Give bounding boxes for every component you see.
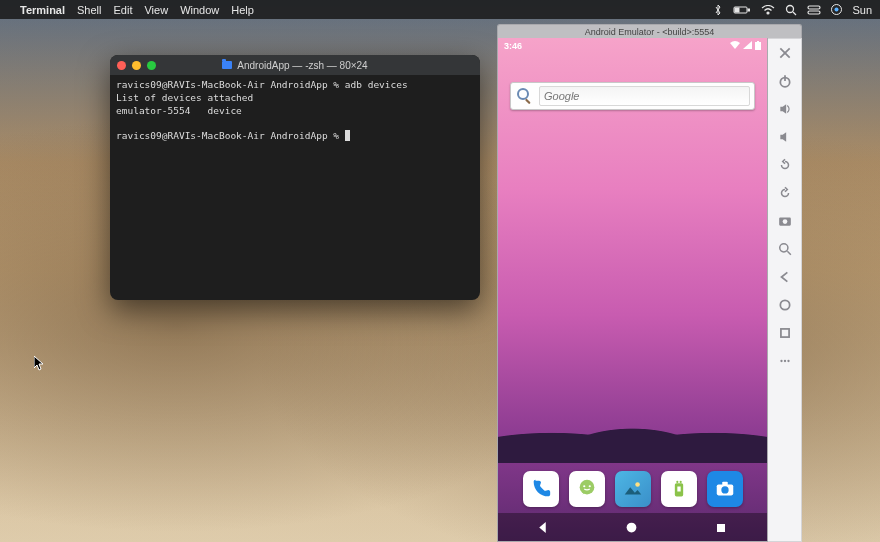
terminal-content[interactable]: ravics09@RAVIs-MacBook-Air AndroidApp % … [110,75,480,147]
window-traffic-lights [117,61,156,70]
android-navbar [498,513,767,541]
svg-point-17 [635,482,640,487]
window-zoom-button[interactable] [147,61,156,70]
window-close-button[interactable] [117,61,126,70]
terminal-line: ravics09@RAVIs-MacBook-Air AndroidApp % … [116,79,408,90]
emulator-power-button[interactable] [777,73,793,89]
terminal-line: emulator-5554 device [116,105,242,116]
emulator-screenshot-button[interactable] [777,213,793,229]
magnifier-icon [515,86,535,106]
emulator-rotate-right-button[interactable] [777,185,793,201]
emulator-titlebar[interactable]: Android Emulator - <build>:5554 [497,24,802,38]
svg-rect-24 [722,482,728,486]
bluetooth-icon[interactable] [713,4,723,16]
mouse-cursor-icon [34,356,46,372]
terminal-titlebar[interactable]: AndroidApp — -zsh — 80×24 [110,55,480,75]
terminal-line: ravics09@RAVIs-MacBook-Air AndroidApp % [116,130,345,141]
svg-rect-13 [525,99,531,105]
emulator-sidebar [768,38,802,542]
svg-point-4 [787,5,794,12]
svg-point-32 [782,219,787,224]
svg-point-15 [583,485,585,487]
android-dock [498,465,767,513]
svg-point-14 [579,480,594,495]
dock-app-photos[interactable] [615,471,651,507]
svg-rect-6 [808,6,820,9]
svg-rect-10 [755,42,761,50]
svg-rect-26 [717,524,725,532]
svg-point-3 [767,12,769,14]
wallpaper-mountains [498,403,767,463]
folder-icon [222,61,232,69]
emulator-screen[interactable]: 3:46 [497,38,768,542]
emulator-volume-up-button[interactable] [777,101,793,117]
dock-app-play-store[interactable] [661,471,697,507]
menubar: Terminal Shell Edit View Window Help Sun [0,0,880,19]
emulator-close-button[interactable] [777,45,793,61]
svg-point-19 [676,481,678,483]
svg-line-34 [787,251,791,255]
emulator-zoom-button[interactable] [777,241,793,257]
nav-back-button[interactable] [536,520,550,534]
svg-point-37 [780,360,782,362]
svg-rect-7 [808,11,820,14]
menubar-clock[interactable]: Sun [852,4,872,16]
terminal-line: List of devices attached [116,92,253,103]
emulator-home-button[interactable] [777,297,793,313]
siri-icon[interactable] [831,4,842,15]
emulator-more-button[interactable] [777,353,793,369]
terminal-window[interactable]: AndroidApp — -zsh — 80×24 ravics09@RAVIs… [110,55,480,300]
emulator-window[interactable]: Android Emulator - <build>:5554 3:46 [497,24,802,542]
menubar-item-edit[interactable]: Edit [114,4,133,16]
battery-icon [755,41,761,52]
dock-app-camera[interactable] [707,471,743,507]
wifi-icon [730,41,740,51]
svg-rect-11 [757,41,759,42]
emulator-back-button[interactable] [777,269,793,285]
menubar-item-help[interactable]: Help [231,4,254,16]
dock-app-messages[interactable] [569,471,605,507]
menubar-item-window[interactable]: Window [180,4,219,16]
macos-desktop: Terminal Shell Edit View Window Help Sun [0,0,880,542]
wifi-icon[interactable] [761,5,775,15]
svg-point-16 [588,485,590,487]
emulator-title: Android Emulator - <build>:5554 [585,27,715,37]
svg-rect-1 [748,9,750,11]
signal-icon [743,41,752,51]
svg-point-9 [835,8,839,12]
svg-rect-21 [677,487,680,492]
android-statusbar: 3:46 [498,38,767,54]
status-time: 3:46 [504,41,522,51]
svg-point-23 [721,486,728,493]
google-search-widget[interactable] [510,82,755,110]
svg-point-20 [679,481,681,483]
dock-app-phone[interactable] [523,471,559,507]
svg-rect-2 [735,8,739,12]
nav-overview-button[interactable] [715,520,729,534]
svg-point-39 [787,360,789,362]
terminal-title: AndroidApp — -zsh — 80×24 [237,60,367,71]
emulator-overview-button[interactable] [777,325,793,341]
svg-line-5 [793,12,796,15]
nav-home-button[interactable] [625,520,639,534]
spotlight-icon[interactable] [785,4,797,16]
android-home: 3:46 [498,38,767,541]
svg-point-25 [627,523,637,533]
terminal-cursor [345,130,350,141]
google-search-input[interactable] [539,86,750,106]
svg-point-12 [518,89,528,99]
svg-point-33 [779,244,787,252]
menubar-status-area: Sun [713,4,872,16]
emulator-volume-down-button[interactable] [777,129,793,145]
menubar-item-shell[interactable]: Shell [77,4,101,16]
emulator-rotate-left-button[interactable] [777,157,793,173]
battery-icon[interactable] [733,5,751,15]
control-center-icon[interactable] [807,5,821,15]
window-minimize-button[interactable] [132,61,141,70]
svg-point-38 [783,360,785,362]
menubar-item-view[interactable]: View [144,4,168,16]
menubar-app-name[interactable]: Terminal [20,4,65,16]
svg-point-35 [780,300,789,309]
svg-rect-36 [780,329,788,337]
